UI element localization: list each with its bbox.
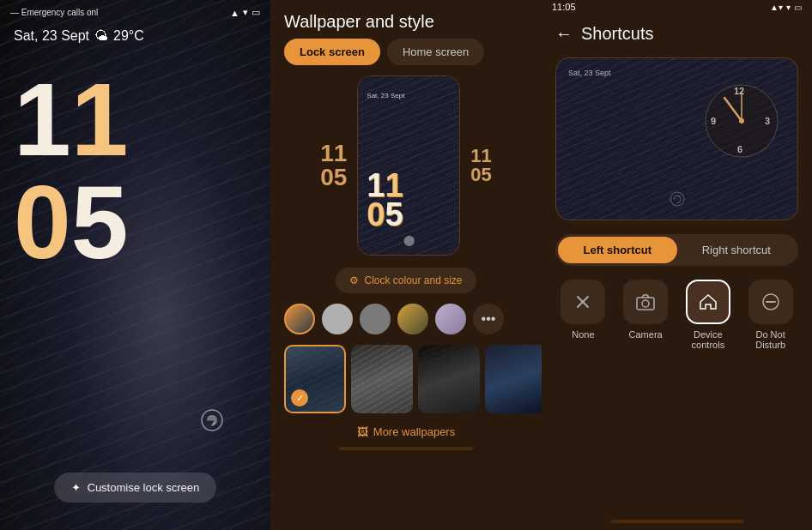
more-colors-button[interactable]: ••• xyxy=(473,304,504,334)
none-icon xyxy=(561,280,605,324)
temperature-text: 29°C xyxy=(113,28,144,44)
shortcuts-phone-preview: Sat, 23 Sept 12 3 6 9 xyxy=(555,57,798,220)
emergency-calls-text: — Emergency calls onl xyxy=(10,8,98,17)
p3-preview-date: Sat, 23 Sept xyxy=(568,69,611,77)
lock-screen-panel: — Emergency calls onl ▲ ▾ ▭ Sat, 23 Sept… xyxy=(0,0,270,530)
clock-style-left: 11 05 xyxy=(320,142,347,190)
shortcut-do-not-disturb[interactable]: Do NotDisturb xyxy=(748,280,793,350)
battery-icon: ▭ xyxy=(251,7,260,18)
none-label: None xyxy=(572,329,594,340)
wallpaper-thumb-2[interactable] xyxy=(351,345,413,413)
device-controls-label: Devicecontrols xyxy=(692,329,725,350)
shortcut-camera[interactable]: Camera xyxy=(623,280,668,350)
shortcuts-title: Shortcuts xyxy=(581,24,653,44)
shortcuts-header: ← Shortcuts xyxy=(542,12,812,51)
clock-preview-area: 11 05 Sat, 23 Sept 11 05 ⬤ 11 05 xyxy=(270,75,542,264)
wallpaper-thumbnails: ✓ xyxy=(270,341,542,420)
color-swatch-2[interactable] xyxy=(322,304,353,334)
customize-lock-screen-button[interactable]: ✦ Customise lock screen xyxy=(54,473,217,503)
color-swatch-4[interactable] xyxy=(397,304,428,334)
dnd-label: Do NotDisturb xyxy=(755,329,785,350)
shortcut-none[interactable]: None xyxy=(561,280,605,350)
p3-signal-icon: ▲▾ xyxy=(770,3,783,12)
back-button[interactable]: ← xyxy=(555,24,573,44)
gear-row: ⚙ Clock colour and size xyxy=(270,264,542,300)
preview-phone-clock: 11 05 xyxy=(367,171,403,229)
svg-text:6: 6 xyxy=(737,144,742,154)
shortcuts-panel: 11:05 ▲▾ ▾ ▭ ← Shortcuts Sat, 23 Sept 12… xyxy=(542,0,812,530)
svg-point-0 xyxy=(202,410,222,431)
svg-rect-12 xyxy=(637,298,654,310)
customize-icon: ✦ xyxy=(71,481,81,494)
shortcut-tabs: Left shortcut Right shortcut xyxy=(555,234,798,266)
svg-text:3: 3 xyxy=(765,116,770,126)
tab-left-shortcut[interactable]: Left shortcut xyxy=(558,237,677,263)
gallery-icon: 🖼 xyxy=(357,425,368,438)
fingerprint-icon[interactable] xyxy=(197,405,227,436)
p3-wifi-icon: ▾ xyxy=(786,3,791,12)
wallpaper-header: Wallpaper and style xyxy=(270,0,542,39)
svg-text:9: 9 xyxy=(711,116,716,126)
date-weather: Sat, 23 Sept 🌤 29°C xyxy=(0,21,270,51)
color-swatch-1[interactable] xyxy=(284,304,315,334)
lock-screen-clock: 1 1 0 5 xyxy=(0,51,270,274)
clock-hours-row: 1 1 xyxy=(14,68,257,171)
date-text: Sat, 23 Sept xyxy=(14,28,89,44)
wallpaper-thumb-3[interactable] xyxy=(418,345,480,413)
shortcuts-grid: None Camera Devicecontrols xyxy=(542,273,812,357)
svg-text:12: 12 xyxy=(734,86,744,96)
preview-phone-date: Sat, 23 Sept xyxy=(367,92,404,99)
status-bar: — Emergency calls onl ▲ ▾ ▭ xyxy=(0,0,270,21)
tab-lock-screen[interactable]: Lock screen xyxy=(284,39,380,65)
color-swatch-3[interactable] xyxy=(360,304,391,334)
p3-status-bar: 11:05 ▲▾ ▾ ▭ xyxy=(542,0,812,12)
wallpaper-thumb-1[interactable]: ✓ xyxy=(284,345,346,413)
wallpaper-thumb-4[interactable] xyxy=(485,345,542,413)
p3-battery-icon: ▭ xyxy=(794,3,802,12)
p3-bottom-nav-bar xyxy=(610,520,743,523)
color-swatches: ••• xyxy=(270,300,542,341)
shortcut-device-controls[interactable]: Devicecontrols xyxy=(686,280,730,350)
status-icons: ▲ ▾ ▭ xyxy=(230,7,260,18)
wallpaper-tabs: Lock screen Home screen xyxy=(270,39,542,75)
more-wallpapers-button[interactable]: 🖼 More wallpapers xyxy=(270,420,542,443)
customize-label: Customise lock screen xyxy=(88,481,200,494)
more-wallpapers-label: More wallpapers xyxy=(373,425,455,438)
gear-icon: ⚙ xyxy=(349,274,359,286)
signal-icon: ▲ xyxy=(230,8,239,18)
wifi-icon: ▾ xyxy=(243,7,248,18)
clock-min-ones: 5 xyxy=(71,171,129,274)
home-icon-box xyxy=(686,280,730,324)
clock-hour-ones: 1 xyxy=(71,68,129,171)
p3-fingerprint-icon xyxy=(670,191,685,209)
clock-style-right: 11 05 xyxy=(470,147,491,184)
weather-icon: 🌤 xyxy=(94,28,108,44)
clock-min-tens: 0 xyxy=(14,171,71,274)
camera-label: Camera xyxy=(629,329,663,340)
dnd-icon-box xyxy=(748,280,793,324)
svg-point-9 xyxy=(670,192,684,206)
svg-point-13 xyxy=(642,300,649,307)
analog-clock: 12 3 6 9 xyxy=(703,82,780,160)
phone-preview-center: Sat, 23 Sept 11 05 ⬤ xyxy=(357,75,460,256)
tab-right-shortcut[interactable]: Right shortcut xyxy=(677,237,797,263)
clock-hour-tens: 1 xyxy=(14,68,71,171)
camera-icon-box xyxy=(623,280,668,324)
svg-point-8 xyxy=(739,118,744,123)
color-swatch-5[interactable] xyxy=(435,304,466,334)
clock-colour-size-button[interactable]: ⚙ Clock colour and size xyxy=(336,268,476,293)
bottom-nav-bar xyxy=(339,447,473,450)
preview-fingerprint: ⬤ xyxy=(403,234,415,246)
gear-label: Clock colour and size xyxy=(364,274,462,286)
clock-minutes-row: 0 5 xyxy=(14,171,257,274)
selected-check: ✓ xyxy=(291,389,308,407)
tab-home-screen[interactable]: Home screen xyxy=(387,39,484,65)
wallpaper-style-panel: Wallpaper and style Lock screen Home scr… xyxy=(270,0,542,530)
